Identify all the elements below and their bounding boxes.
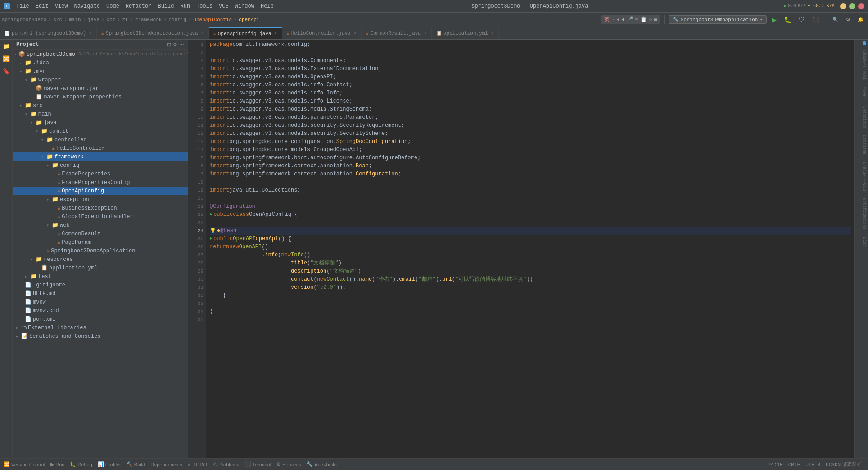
sidebar-item-mvnw[interactable]: 📄 mvnw	[13, 298, 188, 306]
charset-indicator[interactable]: UTF-8	[805, 462, 820, 467]
sidebar-item-src[interactable]: ▾ 📁 src	[13, 101, 188, 110]
code-line-29[interactable]: .description("文档描述")	[210, 267, 851, 275]
problems-status-btn[interactable]: ⚠ Problems	[212, 461, 239, 467]
sidebar-item-appyml[interactable]: 📋 application.yml	[13, 264, 188, 272]
right-panel-chatgpt[interactable]: ChatGPT Tool	[861, 49, 868, 81]
tab-close-pom[interactable]: ×	[89, 31, 92, 36]
code-line-14[interactable]: import org.springdoc.core.models.Grouped…	[210, 146, 851, 154]
run-config-selector[interactable]: 🔧 Springboot3DemoApplication ▾	[669, 15, 767, 24]
sidebar-item-pageparam[interactable]: ☕ PageParam	[13, 238, 188, 246]
code-line-6[interactable]: import io.swagger.v3.oas.models.info.Con…	[210, 81, 851, 89]
project-icon[interactable]: 📁	[1, 41, 11, 51]
settings-button[interactable]: ⚙	[844, 15, 853, 24]
input-btn1[interactable]: ✦	[617, 16, 620, 23]
tab-yaml[interactable]: 📋 application.yml ×	[432, 27, 499, 39]
menu-navigate[interactable]: Navigate	[71, 2, 103, 10]
code-line-21[interactable]: @Configuration	[210, 202, 851, 210]
tab-openapi[interactable]: ☕ OpenApiConfig.java ×	[209, 27, 282, 39]
code-line-32[interactable]: }	[210, 291, 851, 300]
debug-button[interactable]: 🐛	[782, 15, 794, 25]
code-line-7[interactable]: import io.swagger.v3.oas.models.info.Inf…	[210, 89, 851, 97]
sidebar-item-maven-jar[interactable]: 📦 maven-wrapper.jar	[13, 84, 188, 93]
code-line-3[interactable]: import io.swagger.v3.oas.models.Componen…	[210, 57, 851, 65]
code-editor[interactable]: package com.zt.framework.config;import i…	[206, 40, 854, 458]
close-button[interactable]	[858, 3, 864, 9]
code-line-24[interactable]: 💡 ●@Bean	[210, 227, 851, 235]
menu-run[interactable]: Run	[177, 2, 193, 10]
input-btn6[interactable]: ☆	[649, 16, 652, 23]
code-line-15[interactable]: import org.springframework.boot.autoconf…	[210, 154, 851, 162]
sidebar-item-test[interactable]: ▸ 📁 test	[13, 272, 188, 281]
sidebar-item-pomxml[interactable]: 📄 pom.xml	[13, 315, 188, 323]
autobuild-status-btn[interactable]: 🔧 Auto-build	[307, 461, 337, 467]
code-line-11[interactable]: import io.swagger.v3.oas.models.security…	[210, 121, 851, 130]
sidebar-item-bizex[interactable]: ☕ BusinessException	[13, 204, 188, 212]
sidebar-item-maven-props[interactable]: 📋 maven-wrapper.properties	[13, 93, 188, 101]
search-button[interactable]: 🔍	[830, 15, 841, 24]
vcs-icon[interactable]: 🔀	[1, 54, 11, 64]
run-status-btn[interactable]: ▶ Run	[50, 461, 64, 467]
code-line-20[interactable]	[210, 194, 851, 202]
dependencies-status-btn[interactable]: Dependencies	[150, 462, 182, 467]
code-line-4[interactable]: import io.swagger.v3.oas.models.External…	[210, 65, 851, 73]
code-line-8[interactable]: import io.swagger.v3.oas.models.info.Lic…	[210, 97, 851, 105]
tab-pom[interactable]: 📄 pom.xml (springboot3Demo) ×	[0, 27, 97, 39]
sidebar-item-controller[interactable]: ▾ 📁 controller	[13, 135, 188, 144]
sidebar-item-mvnwcmd[interactable]: 📄 mvnw.cmd	[13, 306, 188, 315]
debug-status-btn[interactable]: 🐛 Debug	[70, 461, 92, 467]
sidebar-item-commonresult[interactable]: ☕ CommonResult	[13, 229, 188, 238]
right-panel-notifications[interactable]: Notifications	[861, 196, 868, 231]
code-line-2[interactable]	[210, 49, 851, 57]
sidebar-item-resources[interactable]: ▾ 📁 resources	[13, 255, 188, 264]
input-btn2[interactable]: ♦	[622, 17, 625, 23]
code-line-1[interactable]: package com.zt.framework.config;	[210, 40, 851, 49]
maximize-button[interactable]	[849, 3, 855, 9]
code-line-35[interactable]	[210, 316, 851, 324]
stop-button[interactable]: ⬛	[809, 15, 822, 25]
lang-toggle[interactable]: 英	[604, 16, 610, 23]
code-line-18[interactable]	[210, 178, 851, 186]
run-gutter-icon[interactable]: ▶	[210, 210, 212, 219]
code-line-10[interactable]: import io.swagger.v3.oas.models.paramete…	[210, 113, 851, 121]
code-line-22[interactable]: ▶public class OpenApiConfig {	[210, 210, 851, 219]
input-btn5[interactable]: 📋	[640, 16, 647, 23]
services-status-btn[interactable]: ⚙ Services	[276, 461, 301, 467]
sidebar-item-wrapper[interactable]: ▾ 📁 wrapper	[13, 76, 188, 84]
code-line-25[interactable]: ▶ public OpenAPI openApi() {	[210, 235, 851, 243]
sidebar-item-framepropsconfig[interactable]: ☕ FramePropertiesConfig	[13, 178, 188, 187]
run-gutter-icon[interactable]: ▶	[210, 235, 212, 243]
code-line-9[interactable]: import io.swagger.v3.oas.models.media.St…	[210, 105, 851, 113]
code-line-33[interactable]	[210, 300, 851, 308]
sidebar-item-web[interactable]: ▾ 📁 web	[13, 221, 188, 229]
right-panel-maven[interactable]: Maven	[861, 85, 868, 101]
position-indicator[interactable]: 24:10	[768, 462, 783, 467]
tab-close-openapi[interactable]: ×	[275, 31, 277, 36]
sidebar-item-helpmd[interactable]: 📄 HELP.md	[13, 289, 188, 298]
input-btn7[interactable]: ⊞	[654, 16, 657, 23]
build-status-btn[interactable]: 🔨 Build	[127, 461, 145, 467]
code-line-31[interactable]: .version("v2.0"));	[210, 283, 851, 291]
sidebar-item-hello[interactable]: ☕ HelloController	[13, 144, 188, 152]
sidebar-item-ext-libs[interactable]: ▸ 🗃 External Libraries	[13, 323, 188, 332]
sidebar-item-gitignore[interactable]: 📄 .gitignore	[13, 281, 188, 289]
sidebar-item-openapiconfig[interactable]: ☕ OpenApiConfig	[13, 187, 188, 195]
code-line-16[interactable]: import org.springframework.context.annot…	[210, 162, 851, 170]
code-line-13[interactable]: import org.springdoc.core.configuration.…	[210, 138, 851, 146]
sidebar-item-exception[interactable]: ▾ 📁 exception	[13, 195, 188, 204]
version-control-btn[interactable]: 🔀 Version Control	[4, 461, 45, 467]
menu-vcs[interactable]: VCS	[216, 2, 231, 10]
encoding-indicator[interactable]: CRLF	[788, 462, 800, 467]
code-line-28[interactable]: .title("文档标题")	[210, 259, 851, 267]
collapse-btn[interactable]: ⊟	[167, 42, 171, 48]
sidebar-item-scratches[interactable]: ▸ 📝 Scratches and Consoles	[13, 332, 188, 340]
input-btn4[interactable]: ⌨	[635, 16, 638, 23]
sidebar-item-java[interactable]: ▾ 📁 java	[13, 118, 188, 127]
code-line-12[interactable]: import io.swagger.v3.oas.models.security…	[210, 130, 851, 138]
menu-help[interactable]: Help	[258, 2, 276, 10]
more-btn[interactable]: ⋯	[179, 42, 184, 48]
right-panel-blog[interactable]: Blog	[861, 235, 868, 249]
gear-btn[interactable]: ⚙	[173, 42, 177, 48]
tree-root[interactable]: ▾ 📦 springboot3Demo D:\BaiduSyncdisk\Ide…	[13, 50, 188, 58]
todo-status-btn[interactable]: ✓ TODO	[187, 461, 207, 467]
sidebar-item-main[interactable]: ▾ 📁 main	[13, 110, 188, 118]
